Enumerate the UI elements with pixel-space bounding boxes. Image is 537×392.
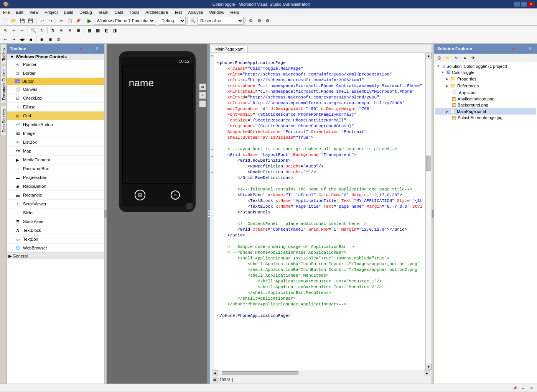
toolbox-item-textbox[interactable]: ▭ TextBox [7,235,104,244]
design-zoom-fit-btn[interactable]: ⊞ [199,84,206,90]
refresh-btn[interactable]: ↻ [38,26,46,34]
editor-horizontal-scrollbar[interactable]: ◄ ► [210,370,432,376]
undo-btn[interactable]: ↩ [38,17,46,25]
se-show-all-btn[interactable]: 📁 [444,54,452,62]
minimize-button[interactable]: _ [514,2,520,7]
format-btn4[interactable]: ⊞ [74,26,82,34]
bottom-pin-btn[interactable]: 📌 [511,384,519,392]
toolbox-item-rectangle[interactable]: ▬ Rectangle [7,191,104,200]
design-zoom-out-btn[interactable]: ─ [199,100,206,107]
collapse-arrow-3[interactable]: ▼ [211,155,214,159]
collapse-arrow-4[interactable]: ▼ [211,171,214,174]
toolbox-item-passwordbox[interactable]: •• PasswordBox [7,164,104,173]
toolbox-item-hyperlinkbutton[interactable]: 🔗 HyperlinkButton [7,120,104,129]
se-references-folder[interactable]: ▶ 📁 References [435,82,536,89]
menu-team[interactable]: Team [95,8,112,16]
toolbox-item-pointer[interactable]: ↖ Pointer [7,60,104,69]
toolbox-item-listbox[interactable]: ≡ ListBox [7,138,104,147]
menu-analyze[interactable]: Analyze [185,8,206,16]
hscroll-thumb[interactable] [222,371,298,375]
se-app-xaml[interactable]: 📄 App.xaml [435,89,536,96]
se-solution-root[interactable]: ▼ ⊞ Solution 'ColorToggle' (1 project) [435,63,536,69]
menu-architecture[interactable]: Architecture [142,8,171,16]
t3-btn6[interactable]: ▣ [46,36,54,43]
collapse-arrow-1[interactable]: ▼ [211,54,214,58]
se-refresh-btn[interactable]: ↻ [453,54,460,62]
se-background-png[interactable]: 🖼 Background.png [435,102,536,108]
toolbox-item-image[interactable]: 🖼 Image [7,129,104,138]
toolbox-item-checkbox[interactable]: ☑ CheckBox [7,94,104,103]
open-btn[interactable]: 📂 [10,17,18,25]
menu-build[interactable]: Build [61,8,76,16]
code-text-content[interactable]: <phone:PhoneApplicationPage x:Class="Col… [214,53,425,370]
hscroll-right-btn[interactable]: ► [424,370,430,376]
menu-help[interactable]: Help [227,8,242,16]
bottom-minimize-btn[interactable]: ─ [519,384,527,392]
toolbox-item-radiobutton[interactable]: ◉ RadioButton [7,182,104,191]
pointer-btn[interactable]: ↖ [2,26,9,34]
config-select[interactable]: Debug [159,17,186,25]
toolbox-minimize-btn[interactable]: ─ [85,45,92,52]
nav-back-btn[interactable]: ← [18,26,26,34]
toolbox-item-map[interactable]: 🗺 Map [7,147,104,156]
scroll-thumb[interactable] [426,156,431,171]
toolbox-item-button[interactable]: ▭ Button [7,78,104,85]
design-zoom-in-btn[interactable]: + [199,92,206,99]
toolbox-close-btn[interactable]: ✕ [93,45,101,52]
misc-btn3[interactable]: ⚙ [264,17,272,25]
misc2-btn4[interactable]: ◨ [111,26,119,34]
misc2-btn2[interactable]: ▦ [94,26,102,34]
paste-btn[interactable]: 📌 [74,17,82,25]
emulator-select[interactable]: Windows Phone 7 Emulator [94,17,155,25]
scroll-down-btn[interactable]: ▼ [426,364,432,370]
t3-btn5[interactable]: ▣ [38,36,46,43]
search-btn[interactable]: 🔍 [30,26,37,34]
scroll-up-btn[interactable]: ▲ [426,53,432,59]
editor-vertical-scrollbar[interactable]: ▲ ▼ [425,53,432,370]
cut-btn[interactable]: ✂ [58,17,65,25]
phone-windows-btn[interactable]: ⊞ [135,190,145,200]
phone-search-btn[interactable]: ○ [171,190,180,200]
collapse-arrow-2[interactable]: ▼ [211,148,214,151]
t3-btn2[interactable]: ⇥ [10,36,18,43]
toolbox-item-grid[interactable]: ⊞ Grid [7,112,104,120]
maximize-button[interactable]: □ [521,2,527,7]
target-select[interactable]: Deserialise [198,17,244,25]
se-view-btn[interactable]: 👁 [469,54,477,62]
bottom-close-btn[interactable]: ✕ [528,384,535,392]
t3-btn4[interactable]: ◼ [27,36,35,43]
toolbox-item-scrollviewer[interactable]: ↕ ScrollViewer [7,200,104,208]
se-pin-btn[interactable]: 📌 [509,45,517,52]
toolbox-item-canvas[interactable]: ⬜ Canvas [7,85,104,94]
menu-view[interactable]: View [26,8,42,16]
side-tab-toolbox[interactable]: Toolbox [0,44,6,64]
menu-tools[interactable]: Tools [127,8,143,16]
toolbox-item-mediaelement[interactable]: ▶ MediaElement [7,156,104,164]
se-project-root[interactable]: ▼ 🏗 ColorToggle [435,69,536,75]
editor-solution-split[interactable] [432,44,434,384]
t3-btn3[interactable]: ◀▶ [18,36,26,43]
toolbox-item-ellipse[interactable]: ○ Ellipse [7,103,104,112]
menu-data[interactable]: Data [111,8,126,16]
menu-edit[interactable]: Edit [13,8,26,16]
menu-test[interactable]: Test [171,8,185,16]
close-button[interactable]: ✕ [528,2,534,7]
toolbox-item-webbrowser[interactable]: 🌐 WebBrowser [7,244,104,253]
se-splashscreen-jpg[interactable]: 🖼 SplashScreenImage.jpg [435,115,536,121]
se-mainpage-xaml[interactable]: ▶ 📄 MainPage.xaml [435,108,536,115]
se-minimize-btn[interactable]: ─ [518,45,525,52]
t3-btn1[interactable]: ⇤ [2,36,9,43]
se-properties-folder[interactable]: ▶ 📁 Properties [435,75,536,82]
hscroll-left-btn[interactable]: ◄ [212,370,218,376]
side-tab-data-sources[interactable]: Data Sources [0,106,6,136]
toolbox-item-slider[interactable]: ─ Slider [7,208,104,217]
misc2-btn1[interactable]: ▦ [86,26,93,34]
toolbox-item-textblock[interactable]: A TextBlock [7,226,104,235]
start-btn[interactable]: ▶ [86,17,93,25]
se-solution-explorer-btn[interactable]: 🏠 [436,54,443,62]
misc-btn1[interactable]: ⚙ [247,17,255,25]
nav-fwd-btn[interactable]: → [10,26,18,34]
misc2-btn3[interactable]: ◧ [102,26,110,34]
save-all-btn[interactable]: 💾 [27,17,35,25]
se-props-btn[interactable]: ⚙ [461,54,469,62]
